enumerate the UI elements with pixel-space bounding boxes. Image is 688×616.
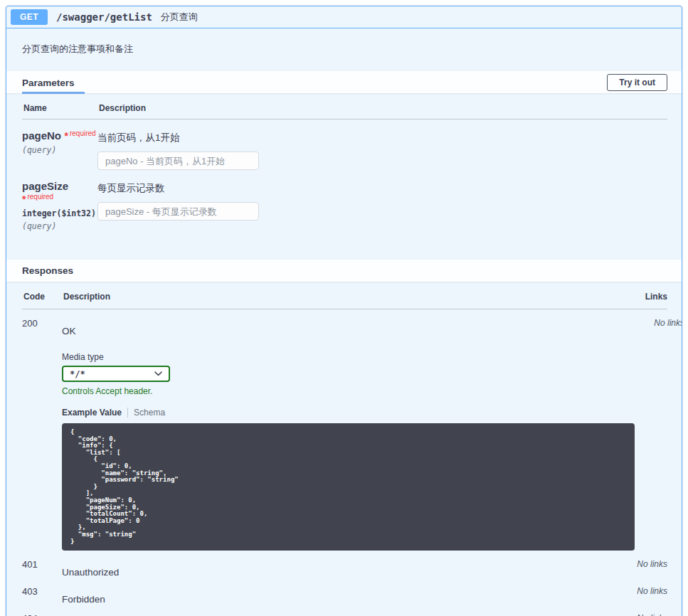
response-row-404: 404 Not Found No links xyxy=(22,605,667,616)
parameter-description: 当前页码，从1开始 xyxy=(97,129,667,144)
required-asterisk: * xyxy=(64,130,68,142)
column-header-links: Links xyxy=(618,292,667,302)
response-row-200: 200 OK Media type */* Controls Accept he… xyxy=(22,309,667,551)
parameter-name: pageNo xyxy=(22,129,61,142)
media-type-block: Media type */* Controls Accept header. xyxy=(62,352,635,396)
parameters-section-header: Parameters Try it out xyxy=(6,71,682,93)
responses-title: Responses xyxy=(22,260,73,282)
required-label: required xyxy=(27,193,53,201)
parameters-table: Name Description pageNo *required (query… xyxy=(6,93,682,260)
accept-header-hint: Controls Accept header. xyxy=(62,386,635,396)
tab-separator xyxy=(127,408,128,418)
chevron-down-icon xyxy=(154,371,162,376)
pageSize-input[interactable] xyxy=(97,202,259,221)
column-header-description: Description xyxy=(99,103,667,113)
parameter-name: pageSize xyxy=(22,180,68,192)
response-links: No links xyxy=(618,558,667,578)
required-label: required xyxy=(70,129,96,137)
endpoint-description: 分页查询的注意事项和备注 xyxy=(6,28,682,71)
parameter-type: integer($int32) xyxy=(22,208,97,218)
parameter-row-pageNo: pageNo *required (query) 当前页码，从1开始 xyxy=(22,120,667,170)
column-header-name: Name xyxy=(23,103,99,113)
parameter-location: (query) xyxy=(22,145,97,155)
response-code: 200 xyxy=(22,317,62,551)
responses-table-header: Code Description Links xyxy=(22,282,667,309)
parameter-location: (query) xyxy=(22,221,97,231)
response-description-cell: OK Media type */* Controls Accept header… xyxy=(62,317,635,551)
response-description: OK xyxy=(62,317,635,336)
endpoint-path: /swagger/getList xyxy=(56,11,152,23)
column-header-description: Description xyxy=(63,292,618,302)
parameter-name-cell: pageSize *required integer($int32) (quer… xyxy=(22,180,97,231)
response-code: 404 xyxy=(22,612,62,616)
parameter-row-pageSize: pageSize *required integer($int32) (quer… xyxy=(22,170,667,231)
response-links: No links xyxy=(618,585,667,605)
tab-schema[interactable]: Schema xyxy=(134,408,165,418)
parameter-name-cell: pageNo *required (query) xyxy=(22,129,97,170)
response-code: 401 xyxy=(22,558,62,578)
responses-table: Code Description Links 200 OK Media type… xyxy=(6,282,682,616)
response-code: 403 xyxy=(22,585,62,605)
column-header-code: Code xyxy=(23,292,63,302)
response-row-403: 403 Forbidden No links xyxy=(22,578,667,605)
parameter-description: 每页显示记录数 xyxy=(97,180,667,195)
parameters-table-header: Name Description xyxy=(22,93,667,120)
response-row-401: 401 Unauthorized No links xyxy=(22,551,667,578)
media-type-selected-value: */* xyxy=(70,369,85,379)
parameter-description-cell: 每页显示记录数 xyxy=(97,180,667,231)
endpoint-summary: 分页查询 xyxy=(161,11,198,23)
response-links: No links xyxy=(618,612,667,616)
pageNo-input[interactable] xyxy=(97,152,259,170)
parameter-description-cell: 当前页码，从1开始 xyxy=(97,129,667,170)
media-type-label: Media type xyxy=(62,352,635,362)
model-example-tabs: Example Value Schema xyxy=(62,408,635,418)
required-asterisk: * xyxy=(22,193,26,205)
tab-parameters[interactable]: Parameters xyxy=(22,72,85,94)
http-method-badge: GET xyxy=(11,9,48,25)
response-description: Not Found xyxy=(62,612,618,616)
example-json-block[interactable]: { "code": 0, "info": { "list": [ { "id":… xyxy=(62,423,635,551)
response-links: No links xyxy=(635,317,682,551)
media-type-select[interactable]: */* xyxy=(62,366,170,382)
response-description: Forbidden xyxy=(62,585,618,605)
operation-block-get: GET /swagger/getList 分页查询 分页查询的注意事项和备注 P… xyxy=(6,6,682,616)
try-it-out-button[interactable]: Try it out xyxy=(607,74,667,91)
tab-example-value[interactable]: Example Value xyxy=(62,408,122,418)
responses-section-header: Responses xyxy=(6,260,682,282)
response-description: Unauthorized xyxy=(62,558,618,578)
operation-summary[interactable]: GET /swagger/getList 分页查询 xyxy=(6,6,682,28)
